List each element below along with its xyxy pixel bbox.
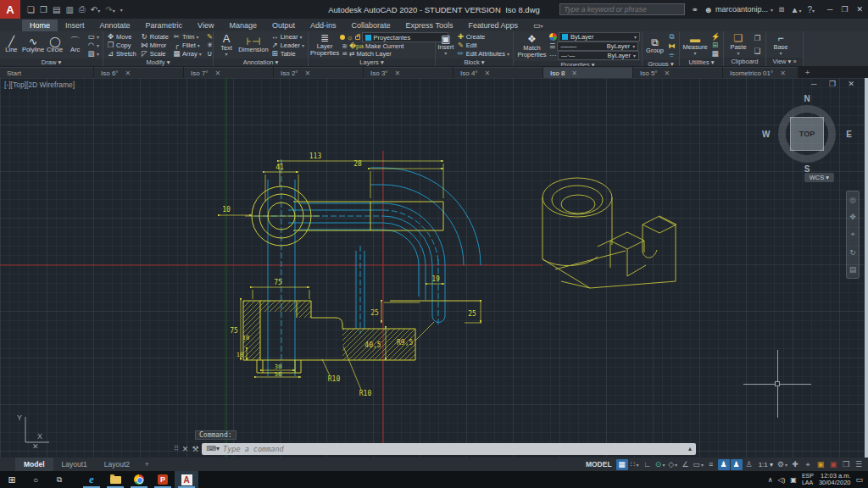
help-search-box[interactable] [559,3,685,15]
file-tab-iso4[interactable]: Iso 4°✕ [453,67,542,78]
showmotion-icon[interactable]: ▤ [849,265,857,274]
customize-statusbar-icon[interactable]: ☰ [853,459,865,470]
close-tab-icon[interactable]: ✕ [125,69,131,77]
line-button[interactable]: ╱Line [2,32,21,58]
dimension-button[interactable]: ⊦⊣Dimension [238,32,268,58]
layer-freeze-icon[interactable]: ☼ [347,34,353,42]
id-point-button[interactable]: ▦ [709,49,721,58]
cut-clip-button[interactable]: ❑ [752,47,763,55]
pan-icon[interactable]: ✥ [849,213,856,221]
plot-icon[interactable]: ⎙ [79,4,86,14]
array-button[interactable]: ▦Array▾ [171,49,203,58]
annotation-scale-value[interactable]: 1:1 ▾ [756,461,776,469]
group-button[interactable]: ⧉Group [644,32,665,59]
annotation-visibility-icon[interactable]: ♟ [718,459,730,470]
ortho-toggle-icon[interactable]: ∟ [642,459,654,470]
tab-express-tools[interactable]: Express Tools [398,19,461,31]
scale-button[interactable]: ◸Scale [139,49,170,58]
layout-tab-layout1[interactable]: Layout1 [53,458,96,471]
autocad-taskbar-button[interactable]: A [175,471,198,488]
wcs-dropdown[interactable]: WCS ▾ [804,173,834,182]
volume-icon[interactable]: ◁) [778,476,786,484]
workspace-gear-icon[interactable]: ⚙▾ [776,459,788,470]
command-input[interactable] [223,445,685,453]
copy-clip-button[interactable]: ❐ [752,34,763,42]
full-navigation-wheel-icon[interactable]: ◎ [849,196,856,204]
qat-dropdown-icon[interactable]: ▾ [120,7,123,13]
file-tab-iso2[interactable]: Iso 2°✕ [274,67,363,78]
snap-toggle-icon[interactable]: ∷▾ [629,459,641,470]
viewport-controls-label[interactable]: [-][Top][2D Wireframe] [4,80,75,89]
help-search-input[interactable] [564,5,681,14]
isolate-objects-icon[interactable]: ▣ [815,459,826,470]
canvas-scrollbar[interactable] [865,78,868,458]
tab-output[interactable]: Output [264,19,303,31]
powerpoint-taskbar-button[interactable]: P [151,471,175,488]
rotate-button[interactable]: ↻Rotate [139,32,170,41]
explorer-taskbar-button[interactable] [103,471,127,488]
leader-button[interactable]: ↗Leader▾ [270,41,306,49]
viewcube-east[interactable]: E [846,130,852,139]
help-icon[interactable]: ?▾ [807,5,815,14]
keyboard-language[interactable]: ESPLAA [802,473,814,485]
edit-block-button[interactable]: ✎Edit [455,41,511,49]
cortana-button[interactable]: ○ [24,471,47,488]
paste-button[interactable]: ❏Paste▾ [726,32,751,57]
measure-button[interactable]: ▬Measure▾ [682,32,709,58]
tab-collaborate[interactable]: Collaborate [344,19,398,31]
clean-screen-icon[interactable]: ❒ [840,459,852,470]
restore-button[interactable]: ❐ [841,5,848,14]
base-button[interactable]: ⌐Base▾ [768,32,793,57]
stretch-button[interactable]: ⊿Stretch [105,49,138,58]
close-tab-icon[interactable]: ✕ [571,69,577,77]
annotation-monitor-icon[interactable]: ✚ [789,459,801,470]
taskbar-clock[interactable]: 12:03 a.m. 30/04/2020 [819,473,851,487]
layout-tab-model[interactable]: Model [15,458,53,471]
file-tab-iso6[interactable]: Iso 6°✕ [94,67,183,78]
close-tab-icon[interactable]: ✕ [665,69,670,77]
ribbon-display-toggle-icon[interactable]: ▭▾ [526,19,551,31]
tab-view[interactable]: View [190,19,221,31]
viewcube-top-face[interactable]: TOP [790,117,824,151]
close-tab-icon[interactable]: ✕ [215,69,221,77]
group-select-button[interactable]: ⌯ [666,50,677,59]
color-wheel-icon[interactable] [549,33,557,41]
linetype-icon[interactable]: ⋯ [549,52,556,59]
close-tab-icon[interactable]: ✕ [305,69,311,77]
tab-addins[interactable]: Add-ins [303,19,344,31]
layer-on-icon[interactable] [340,35,345,40]
app-store-icon[interactable]: ⧈ [779,4,784,14]
signin-user[interactable]: ☻marcoantonip...▾ [704,5,774,14]
command-input-wrap[interactable]: ⌨▾ ▴ [202,443,696,455]
quick-select-button[interactable]: ⚡ [709,32,721,41]
minimize-button[interactable]: ─ [827,5,832,14]
navigation-bar[interactable]: ◎ ✥ ⌖ ↻ ▤ [846,191,860,279]
isodraft-icon[interactable]: ◇▾ [667,459,679,470]
edit-attributes-button[interactable]: ✏Edit Attributes▾ [455,49,511,58]
file-tab-start[interactable]: Start [0,67,93,78]
linear-button[interactable]: ↔Linear▾ [270,32,306,41]
command-grip-icon[interactable]: ⠿ [174,445,179,452]
viewcube[interactable]: N S W E TOP [770,97,844,171]
copy-button[interactable]: ❐Copy [105,41,138,49]
make-current-button[interactable]: ≋�раMake Current [340,42,448,50]
model-space-label[interactable]: MODEL [586,460,612,469]
new-layout-button[interactable]: ＋ [138,459,156,469]
circle-button[interactable]: ◯Circle [45,32,64,58]
ungroup-button[interactable]: ⧉ [666,32,677,42]
trim-button[interactable]: ✂Trim▾ [171,32,203,41]
layout-tab-layout2[interactable]: Layout2 [96,458,138,471]
close-tab-icon[interactable]: ✕ [485,69,491,77]
object-snap-tracking-icon[interactable]: ∠ [680,459,692,470]
grid-toggle-icon[interactable]: ▦ [616,459,628,470]
new-drawing-tab-button[interactable]: ＋ [798,67,816,78]
action-center-icon[interactable]: ▭ [855,475,863,484]
start-button[interactable]: ⊞ [0,471,24,488]
edge-taskbar-button[interactable]: e [80,471,103,488]
table-button[interactable]: ⊞Table [270,49,306,58]
tab-manage[interactable]: Manage [221,19,264,31]
tab-home[interactable]: Home [22,19,58,31]
zoom-extents-icon[interactable]: ⌖ [850,230,854,239]
fillet-button[interactable]: ╭Fillet▾ [171,41,203,49]
chrome-taskbar-button[interactable] [127,471,151,488]
